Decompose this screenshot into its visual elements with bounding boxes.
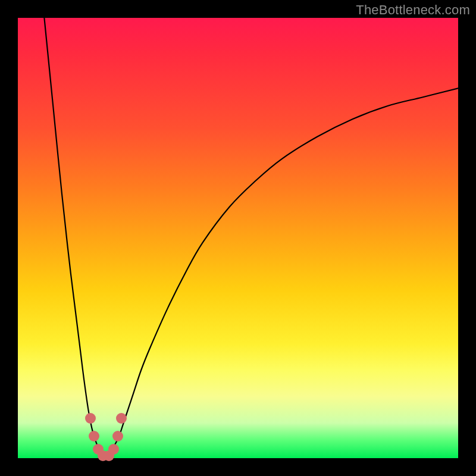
curve-right-branch (106, 88, 458, 458)
curve-left-branch (44, 18, 106, 458)
watermark-text: TheBottleneck.com (356, 2, 470, 18)
highlight-marker (108, 444, 119, 455)
plot-area (18, 18, 458, 458)
chart-frame: TheBottleneck.com (0, 0, 476, 476)
highlight-marker (85, 413, 96, 424)
bottleneck-curve (18, 18, 458, 458)
highlight-marker (112, 431, 123, 441)
highlight-marker (89, 431, 99, 441)
highlight-marker (116, 413, 127, 424)
